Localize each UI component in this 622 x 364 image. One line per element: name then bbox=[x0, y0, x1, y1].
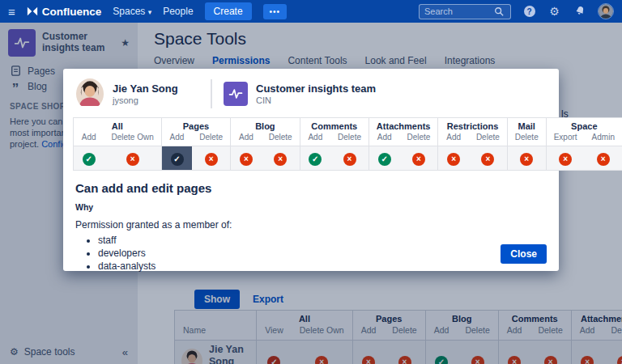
perm-cell-blog-add[interactable]: × bbox=[231, 146, 262, 171]
brand-label: Confluence bbox=[42, 6, 102, 18]
modal-user-username: jysong bbox=[113, 95, 178, 105]
search-icon bbox=[494, 6, 504, 16]
member-group: developers bbox=[98, 248, 546, 259]
modal-space: Customer insights team CIN bbox=[224, 82, 376, 106]
denied-icon: × bbox=[447, 153, 460, 166]
denied-icon: × bbox=[240, 153, 253, 166]
member-group: staff bbox=[98, 235, 546, 246]
perm-cell-attachments-delete[interactable]: × bbox=[399, 146, 437, 171]
granted-icon: ✓ bbox=[378, 153, 391, 166]
perm-group-blog: Blog bbox=[231, 118, 300, 132]
perm-cell-comments-delete[interactable]: × bbox=[330, 146, 369, 171]
more-button[interactable]: ••• bbox=[263, 4, 288, 19]
perm-col-pages-delete: Delete bbox=[192, 131, 230, 146]
why-label: Why bbox=[75, 202, 546, 212]
modal-user-name: Jie Yan Song bbox=[113, 83, 178, 95]
denied-icon: × bbox=[481, 153, 494, 166]
granted-icon: ✓ bbox=[309, 153, 322, 166]
top-navbar: ≡ Confluence Spaces ▾ People Create ••• … bbox=[0, 0, 622, 23]
granted-text: Permission granted as a member of: bbox=[75, 219, 546, 231]
perm-group-space: Space bbox=[546, 118, 622, 132]
perm-cell-pages-delete[interactable]: × bbox=[192, 146, 230, 171]
perm-col-comments-delete: Delete bbox=[330, 131, 369, 146]
perm-cell-restrictions-delete[interactable]: × bbox=[469, 146, 507, 171]
notifications-button[interactable] bbox=[573, 5, 586, 19]
perm-col-comments-add: Add bbox=[300, 131, 330, 146]
denied-icon: × bbox=[520, 153, 533, 166]
perm-col-blog-delete: Delete bbox=[262, 131, 300, 146]
modal-header: Jie Yan Song jysong Customer insights te… bbox=[63, 69, 559, 117]
denied-icon: × bbox=[274, 153, 287, 166]
perm-cell-space-admin[interactable]: × bbox=[585, 146, 622, 171]
denied-icon: × bbox=[559, 153, 572, 166]
denied-icon: × bbox=[205, 153, 218, 166]
nav-people[interactable]: People bbox=[163, 6, 193, 17]
perm-col-all-delete-own: Delete Own bbox=[104, 131, 162, 146]
perm-group-attachments: Attachments bbox=[369, 118, 437, 132]
perm-group-mail: Mail bbox=[507, 118, 546, 132]
user-avatar bbox=[76, 78, 104, 109]
space-logo-icon bbox=[224, 82, 248, 106]
member-group: data-analysts bbox=[98, 260, 546, 272]
perm-group-comments: Comments bbox=[300, 118, 369, 132]
perm-col-blog-add: Add bbox=[231, 131, 262, 146]
granted-icon: ✓ bbox=[171, 153, 184, 166]
perm-cell-all-delete-own[interactable]: × bbox=[104, 146, 162, 171]
permission-heading: Can add and edit pages bbox=[75, 181, 546, 195]
perm-col-attachments-add: Add bbox=[369, 131, 399, 146]
modal-space-key: CIN bbox=[256, 95, 376, 105]
perm-col-all-add: Add bbox=[74, 131, 104, 146]
perm-col-mail-delete: Delete bbox=[507, 131, 546, 146]
perm-cell-space-export[interactable]: × bbox=[546, 146, 584, 171]
perm-cell-comments-add[interactable]: ✓ bbox=[300, 146, 330, 171]
perm-col-restrictions-add: Add bbox=[438, 131, 469, 146]
member-groups-list: staff developers data-analysts bbox=[98, 235, 546, 272]
denied-icon: × bbox=[126, 153, 139, 166]
user-avatar-photo bbox=[599, 4, 613, 19]
perm-col-space-admin: Admin bbox=[585, 131, 622, 146]
bell-icon bbox=[573, 4, 587, 19]
perm-group-all: All bbox=[74, 118, 162, 132]
gear-icon: ⚙ bbox=[549, 6, 560, 17]
perm-col-restrictions-delete: Delete bbox=[469, 131, 507, 146]
create-button[interactable]: Create bbox=[205, 2, 252, 20]
modal-user: Jie Yan Song jysong bbox=[76, 78, 211, 109]
modal-permissions-table: AllPagesBlogCommentsAttachmentsRestricti… bbox=[63, 117, 559, 171]
header-divider bbox=[211, 79, 212, 108]
permission-detail-modal: Jie Yan Song jysong Customer insights te… bbox=[63, 69, 559, 271]
search-input[interactable] bbox=[424, 6, 494, 16]
denied-icon: × bbox=[343, 153, 356, 166]
perm-col-attachments-delete: Delete bbox=[399, 131, 437, 146]
settings-button[interactable]: ⚙ bbox=[547, 5, 561, 19]
hamburger-menu-icon[interactable]: ≡ bbox=[8, 6, 15, 18]
confluence-brand[interactable]: Confluence bbox=[27, 6, 102, 18]
denied-icon: × bbox=[412, 153, 425, 166]
granted-icon: ✓ bbox=[83, 153, 96, 166]
perm-col-space-export: Export bbox=[546, 131, 584, 146]
modal-space-name: Customer insights team bbox=[256, 83, 376, 95]
user-permissions-table: AllPagesBlogCommentsAttachmentsRestricti… bbox=[73, 117, 622, 171]
nav-spaces[interactable]: Spaces ▾ bbox=[113, 6, 151, 17]
perm-col-pages-add: Add bbox=[161, 131, 192, 146]
help-icon: ? bbox=[524, 6, 535, 17]
perm-cell-restrictions-add[interactable]: × bbox=[438, 146, 469, 171]
perm-cell-all-add[interactable]: ✓ bbox=[74, 146, 104, 171]
perm-cell-pages-add[interactable]: ✓ bbox=[161, 146, 192, 171]
perm-group-pages: Pages bbox=[161, 118, 230, 132]
help-button[interactable]: ? bbox=[522, 5, 536, 19]
perm-group-restrictions: Restrictions bbox=[438, 118, 507, 132]
close-button[interactable]: Close bbox=[501, 244, 547, 264]
search-box[interactable] bbox=[419, 4, 511, 19]
perm-cell-attachments-add[interactable]: ✓ bbox=[369, 146, 399, 171]
perm-cell-mail-delete[interactable]: × bbox=[507, 146, 546, 171]
chevron-down-icon: ▾ bbox=[148, 8, 152, 16]
perm-cell-blog-delete[interactable]: × bbox=[262, 146, 300, 171]
denied-icon: × bbox=[597, 153, 610, 166]
user-avatar[interactable] bbox=[598, 3, 614, 19]
confluence-logo-icon bbox=[27, 6, 38, 17]
